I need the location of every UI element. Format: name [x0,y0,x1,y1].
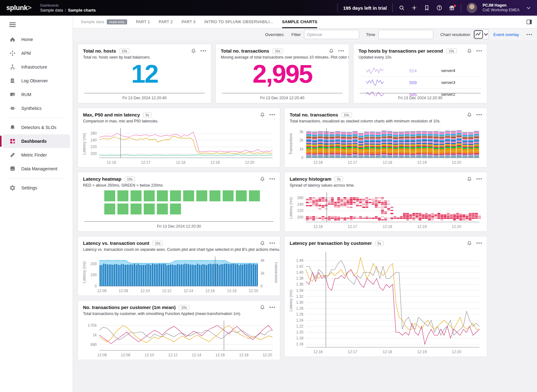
tab-part-3[interactable]: PART 3 [182,16,196,28]
breadcrumb-parent[interactable]: Sample data [40,8,63,13]
gift-icon[interactable] [448,4,455,11]
card-menu-icon[interactable]: ••• [476,177,483,181]
svg-text:12:12: 12:12 [162,289,171,293]
svg-text:12:08: 12:08 [121,353,130,357]
card-menu-icon[interactable]: ••• [476,49,483,53]
svg-text:12:18: 12:18 [383,224,392,229]
host-sparkline [365,79,385,87]
svg-text:Latency (ms): Latency (ms) [82,261,86,283]
sidebar-item-detectors-slos[interactable]: Detectors & SLOs [3,121,70,134]
host-value[interactable]: 514 [385,68,441,73]
latency-histogram-chart[interactable]: 20022024026012:1612:1712:1812:1912:20Lat… [287,191,484,230]
svg-text:Latency (ms): Latency (ms) [82,133,86,155]
host-name: server3 [441,80,482,85]
user-avatar[interactable] [467,3,477,13]
time-input[interactable] [378,30,433,39]
sidebar-item-dashboards[interactable]: Dashboards [3,134,70,148]
svg-text:1k: 1k [299,147,304,151]
card-menu-icon[interactable]: ••• [269,241,276,245]
tab-part-2[interactable]: PART 2 [159,16,173,28]
hamburger-menu-icon[interactable] [9,23,16,27]
svg-text:Latency (ms): Latency (ms) [289,290,293,311]
transactions-per-customer-chart[interactable]: 9901k1.01k12:0612:0812:1012:1212:1412:16… [80,319,277,358]
svg-text:12:20: 12:20 [249,289,258,293]
svg-text:4k: 4k [261,258,265,263]
card-menu-icon[interactable]: ••• [476,112,483,117]
filter-input[interactable] [304,30,359,39]
toolbar-overflow-icon[interactable]: ••• [526,32,533,37]
sidebar-item-log-observer[interactable]: Log Observer [3,74,70,88]
splunk-logo[interactable]: splunk> [6,4,31,12]
svg-text:1.36: 1.36 [296,282,304,286]
alert-bell-icon[interactable] [467,112,472,117]
card-menu-icon[interactable]: ••• [269,177,276,181]
bookmark-icon[interactable] [423,4,430,11]
host-row-server4[interactable]: 514 server4 [359,65,482,77]
chart-timestamp: Fri 13 Dec 2024 12:20:40 [122,96,167,100]
time-label: Time [366,32,375,37]
latency-per-customer-chart[interactable]: 1.161.181.201.221.241.261.281.301.321.34… [287,251,484,355]
event-overlay-link[interactable]: Event overlay [493,32,519,37]
svg-text:12:10: 12:10 [141,289,150,293]
card-transactions-per-customer: No. transactions per customer (1m mean) … [78,300,280,360]
sidebar-item-apm[interactable]: APM [3,46,70,60]
alert-bell-icon[interactable] [260,112,265,117]
topbar-divider [392,3,393,12]
alert-bell-icon[interactable] [260,241,265,246]
card-latency-histogram: Latency histogram 5s ••• Spread of laten… [284,172,487,232]
svg-text:12:16: 12:16 [313,224,323,229]
sidebar-item-rum[interactable]: RUM [3,88,70,101]
card-menu-icon[interactable]: ••• [476,241,483,245]
user-info[interactable]: PCJM Hagen CoE Workshop EMEA [483,3,519,13]
svg-text:12:20: 12:20 [452,160,461,165]
svg-text:12:08: 12:08 [119,289,128,293]
svg-text:1.22: 1.22 [296,324,304,328]
alert-bell-icon[interactable] [191,49,196,54]
card-menu-icon[interactable]: ••• [200,49,207,53]
latency-line-chart[interactable]: 20022024026012:1612:1712:1812:1912:20Lat… [80,127,277,166]
svg-text:1.42: 1.42 [296,264,304,269]
card-max-p50-min-latency: Max, P50 and min latency 5s ••• Comparis… [78,108,280,168]
search-icon[interactable] [398,4,405,11]
resolution-badge: 10s [272,49,283,54]
sidebar-item-infrastructure[interactable]: Infrastructure [3,60,70,74]
svg-text:12:17: 12:17 [348,350,357,354]
host-row-server3[interactable]: 509 server3 [359,77,482,89]
tab-part-1[interactable]: PART 1 [136,16,150,28]
svg-text:240: 240 [90,138,97,142]
svg-text:12:14: 12:14 [192,353,201,357]
latency-vs-count-chart[interactable]: 010020002k4kTransactions12:0612:0812:101… [80,255,277,294]
host-value[interactable]: 509 [385,80,441,85]
tab-intro-to-splunk-observabili[interactable]: INTRO TO SPLUNK OBSERVABILI... [204,16,273,28]
sidebar-item-settings[interactable]: Settings [3,181,70,195]
latency-heatmap-grid[interactable] [83,190,275,218]
card-subtitle: Comparison in max, min and P50 latencies… [78,117,280,123]
sidebar-item-home[interactable]: Home [3,33,70,46]
card-menu-icon[interactable]: ••• [269,305,276,310]
sidebar-item-data-management[interactable]: Data Management [3,162,70,176]
tab-sample-data[interactable]: Sample data read-only [81,16,127,28]
card-menu-icon[interactable]: ••• [338,49,344,53]
alert-bell-icon[interactable] [467,241,472,246]
svg-text:2k: 2k [261,271,265,276]
svg-text:260: 260 [297,196,303,200]
panel-toggle-icon[interactable] [526,18,533,25]
alert-bell-icon[interactable] [329,49,334,54]
add-icon[interactable] [411,4,418,11]
sidebar-item-synthetics[interactable]: Synthetics [3,101,70,115]
help-icon[interactable] [436,4,443,11]
sidebar-item-metric-finder[interactable]: Metric Finder [3,148,70,162]
svg-text:12:16: 12:16 [205,289,215,293]
stacked-column-chart[interactable]: 01k2k3k12:1612:1712:1812:1912:20Transact… [287,127,484,166]
alert-bell-icon[interactable] [467,49,472,54]
alert-bell-icon[interactable] [260,177,265,182]
svg-text:12:10: 12:10 [145,353,154,357]
tab-sample-charts[interactable]: SAMPLE CHARTS [282,16,318,28]
alert-bell-icon[interactable] [260,305,265,310]
alert-bell-icon[interactable] [467,177,472,182]
chevron-down-icon[interactable] [525,4,532,11]
topbar-divider [337,3,338,12]
card-total-hosts: Total no. hosts 10s ••• Total no. hosts … [78,44,211,103]
card-menu-icon[interactable]: ••• [269,112,276,117]
chart-resolution-dropdown[interactable] [473,29,488,39]
